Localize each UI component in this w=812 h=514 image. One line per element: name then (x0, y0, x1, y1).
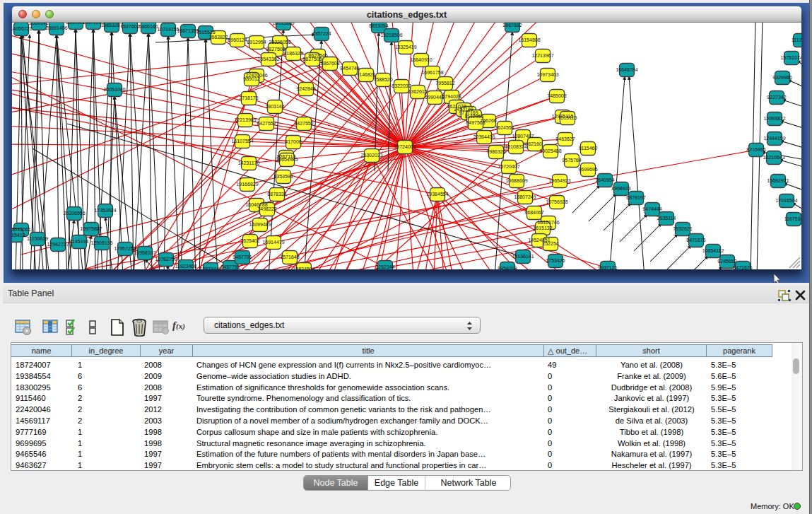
svg-text:14055721: 14055721 (12, 26, 33, 31)
svg-text:1527602: 1527602 (120, 24, 139, 29)
svg-text:1362615: 1362615 (408, 89, 427, 94)
svg-text:16782759: 16782759 (155, 257, 177, 262)
svg-text:10025488: 10025488 (539, 148, 561, 153)
svg-text:9242848: 9242848 (296, 86, 315, 91)
svg-text:10654112: 10654112 (702, 248, 724, 253)
svg-text:6497568: 6497568 (466, 120, 485, 125)
svg-text:15751074: 15751074 (780, 55, 801, 60)
svg-text:7515115: 7515115 (558, 115, 577, 120)
svg-text:8322037: 8322037 (392, 83, 411, 88)
svg-text:13325419: 13325419 (394, 45, 416, 49)
svg-text:19384554: 19384554 (426, 192, 448, 197)
svg-text:15824509: 15824509 (293, 267, 314, 269)
svg-text:1640954: 1640954 (595, 177, 614, 182)
svg-text:9699695: 9699695 (578, 167, 597, 172)
svg-text:9474444: 9474444 (642, 206, 661, 211)
svg-text:989012: 989012 (243, 76, 259, 81)
svg-text:3624554: 3624554 (495, 125, 514, 130)
svg-text:2867608: 2867608 (320, 61, 339, 66)
svg-text:10973403: 10973403 (536, 72, 558, 77)
svg-text:12213967: 12213967 (531, 53, 553, 58)
svg-text:10688609: 10688609 (505, 178, 527, 183)
svg-text:16961758: 16961758 (421, 70, 443, 75)
svg-text:3915413: 3915413 (12, 233, 25, 238)
svg-text:3513061: 3513061 (12, 227, 31, 232)
svg-text:16154808: 16154808 (518, 37, 540, 42)
svg-text:19654985: 19654985 (276, 157, 298, 162)
svg-text:8958923: 8958923 (611, 186, 630, 191)
svg-text:19654923: 19654923 (548, 178, 570, 183)
svg-text:9827505: 9827505 (302, 57, 322, 62)
svg-text:10975887: 10975887 (80, 226, 102, 231)
svg-text:7485003: 7485003 (547, 93, 566, 98)
svg-text:15692971: 15692971 (767, 178, 789, 183)
svg-text:7663822: 7663822 (208, 35, 228, 40)
svg-text:7803144: 7803144 (265, 104, 284, 109)
svg-text:20364436: 20364436 (473, 134, 495, 139)
svg-text:9684067: 9684067 (524, 210, 543, 215)
svg-text:7625402: 7625402 (240, 238, 259, 243)
svg-text:6879197: 6879197 (626, 195, 645, 200)
svg-text:17353924: 17353924 (94, 208, 116, 213)
svg-text:1167534: 1167534 (784, 216, 801, 221)
svg-text:18724007: 18724007 (394, 144, 416, 149)
svg-text:8954209: 8954209 (498, 266, 517, 269)
svg-text:8878334: 8878334 (267, 192, 286, 197)
svg-text:12942737: 12942737 (47, 242, 69, 247)
svg-text:16543362: 16543362 (257, 57, 279, 62)
svg-text:19166829: 19166829 (236, 182, 258, 187)
svg-text:6794028: 6794028 (442, 94, 461, 99)
svg-text:17016504: 17016504 (775, 198, 797, 203)
svg-text:11923468: 11923468 (175, 264, 197, 269)
svg-text:16033809: 16033809 (272, 23, 294, 25)
svg-text:417006: 417006 (285, 139, 301, 144)
svg-text:14099489: 14099489 (249, 222, 271, 227)
svg-text:16210643: 16210643 (763, 155, 784, 160)
svg-text:8215955: 8215955 (746, 147, 765, 152)
svg-text:8813054: 8813054 (369, 23, 388, 28)
svg-text:1615132: 1615132 (533, 226, 552, 230)
svg-text:17957255: 17957255 (114, 246, 136, 251)
svg-text:9427552: 9427552 (294, 121, 313, 126)
svg-text:9575764: 9575764 (562, 158, 581, 163)
svg-text:9146821: 9146821 (356, 72, 375, 77)
svg-text:8427552: 8427552 (257, 121, 276, 126)
svg-text:3498222: 3498222 (257, 206, 276, 211)
svg-text:2935114: 2935114 (657, 216, 676, 221)
svg-text:7986322: 7986322 (486, 149, 505, 154)
svg-text:7632621: 7632621 (673, 226, 692, 231)
svg-text:7955812: 7955812 (435, 81, 454, 86)
svg-text:9457791: 9457791 (233, 255, 252, 259)
svg-text:12505135: 12505135 (90, 240, 112, 245)
svg-text:9463627: 9463627 (555, 136, 575, 141)
svg-text:15108374: 15108374 (505, 144, 526, 149)
svg-text:14136141: 14136141 (512, 254, 534, 259)
svg-text:8471676: 8471676 (733, 265, 752, 269)
svg-text:10756928: 10756928 (546, 199, 567, 204)
svg-text:10807487: 10807487 (512, 134, 534, 139)
svg-text:7515526: 7515526 (196, 30, 215, 35)
svg-text:8471676: 8471676 (686, 238, 705, 243)
svg-text:14231170: 14231170 (238, 160, 260, 165)
svg-text:12213969: 12213969 (234, 117, 256, 122)
svg-text:8186328: 8186328 (283, 51, 302, 56)
svg-text:6466160: 6466160 (139, 24, 158, 29)
svg-text:252254: 252254 (542, 241, 558, 246)
svg-text:12093822: 12093822 (763, 116, 785, 121)
svg-text:2718176: 2718176 (239, 95, 258, 100)
svg-text:9827508: 9827508 (266, 47, 285, 52)
svg-text:18807249: 18807249 (514, 194, 536, 199)
svg-text:16914479: 16914479 (262, 240, 284, 245)
svg-text:9227342: 9227342 (767, 95, 786, 100)
svg-text:1571648: 1571648 (280, 255, 299, 259)
svg-text:18640910: 18640910 (410, 57, 432, 62)
svg-text:1282344: 1282344 (375, 264, 394, 269)
svg-text:20206556: 20206556 (63, 211, 85, 216)
svg-text:9937121: 9937121 (598, 265, 617, 269)
svg-text:20691406: 20691406 (45, 25, 67, 30)
svg-text:12444159: 12444159 (763, 136, 785, 141)
svg-text:20053346: 20053346 (103, 87, 125, 92)
svg-text:23226058: 23226058 (269, 40, 290, 45)
svg-text:16107554: 16107554 (231, 139, 253, 144)
svg-text:15720407: 15720407 (498, 164, 519, 169)
